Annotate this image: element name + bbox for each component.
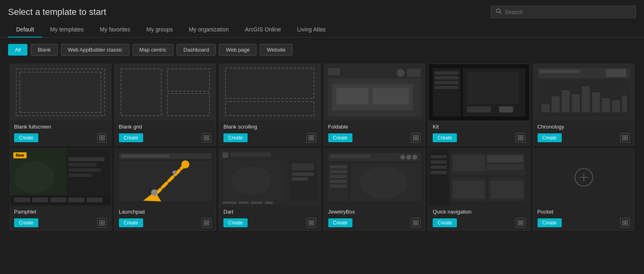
card-actions-jewelrybox: Create — [328, 218, 421, 228]
preview-icon-launchpad[interactable] — [202, 218, 211, 228]
card-info-kit: Kit Create — [429, 120, 529, 145]
create-btn-pocket[interactable]: Create — [538, 218, 562, 227]
svg-rect-100 — [330, 155, 370, 158]
svg-rect-33 — [435, 86, 459, 89]
card-name-jewelrybox: JewelryBox — [328, 209, 421, 215]
svg-rect-123 — [487, 164, 523, 170]
card-preview-quick-navigation — [429, 149, 529, 206]
svg-point-102 — [406, 155, 411, 160]
svg-rect-82 — [205, 221, 208, 224]
svg-rect-11 — [205, 136, 208, 139]
template-card-launchpad[interactable]: Launchpad Create — [115, 149, 216, 230]
svg-rect-95 — [265, 201, 273, 204]
preview-icon-quick-navigation[interactable] — [516, 218, 525, 228]
svg-point-0 — [496, 9, 500, 12]
template-card-foldable[interactable]: Foldable Create — [324, 64, 425, 145]
tab-my-templates[interactable]: My templates — [42, 22, 92, 37]
tab-default[interactable]: Default — [8, 22, 42, 37]
preview-icon-blank-fullscreen[interactable] — [97, 133, 107, 143]
template-card-blank-fullscreen[interactable]: Blank fullscreen Create — [10, 64, 111, 145]
template-card-blank-scrolling[interactable]: Blank scrolling Create — [219, 64, 321, 145]
svg-rect-135 — [623, 221, 627, 224]
filter-web-appbuilder[interactable]: Web AppBuilder classic — [61, 44, 129, 56]
search-input[interactable] — [505, 9, 631, 15]
filter-map-centric[interactable]: Map centric — [133, 44, 173, 56]
svg-rect-127 — [490, 181, 523, 199]
template-card-pamphlet[interactable]: New Pamphlet — [10, 149, 111, 230]
preview-icon-blank-scrolling[interactable] — [306, 133, 316, 143]
svg-rect-3 — [16, 69, 105, 116]
create-btn-chronology[interactable]: Create — [538, 133, 562, 142]
create-btn-blank-grid[interactable]: Create — [119, 133, 143, 142]
card-preview-jewelrybox — [324, 149, 425, 206]
svg-rect-109 — [329, 185, 346, 188]
svg-rect-108 — [329, 180, 346, 183]
svg-rect-66 — [32, 197, 48, 202]
svg-rect-122 — [487, 155, 523, 162]
template-card-quick-navigation[interactable]: Quick navigation Create — [428, 149, 530, 230]
create-btn-kit[interactable]: Create — [433, 133, 457, 142]
preview-icon-pamphlet[interactable] — [97, 218, 107, 228]
template-card-chronology[interactable]: Chronology Create — [533, 64, 635, 145]
tab-my-organization[interactable]: My organization — [181, 22, 237, 37]
card-name-blank-grid: Blank grid — [119, 124, 212, 130]
template-card-jewelrybox[interactable]: JewelryBox Create — [324, 149, 425, 230]
tab-my-groups[interactable]: My groups — [138, 22, 181, 37]
svg-rect-51 — [602, 98, 610, 112]
filter-all[interactable]: All — [8, 44, 27, 56]
filter-bar: All Blank Web AppBuilder classic Map cen… — [0, 37, 644, 62]
card-preview-blank-fullscreen — [10, 64, 111, 120]
tab-arcgis-online[interactable]: ArcGIS Online — [237, 22, 289, 37]
card-info-launchpad: Launchpad Create — [115, 206, 216, 230]
filter-blank[interactable]: Blank — [31, 44, 58, 56]
create-btn-dart[interactable]: Create — [223, 218, 248, 227]
template-card-dart[interactable]: Dart Create — [219, 149, 321, 230]
preview-icon-pocket[interactable] — [620, 218, 630, 228]
svg-rect-62 — [69, 168, 101, 172]
svg-rect-39 — [519, 136, 522, 139]
card-preview-kit — [429, 64, 529, 120]
filter-website[interactable]: Website — [260, 44, 292, 56]
create-btn-blank-fullscreen[interactable]: Create — [14, 133, 38, 142]
preview-icon-foldable[interactable] — [411, 133, 421, 143]
tab-living-atlas[interactable]: Living Atlas — [289, 22, 334, 37]
template-card-pocket[interactable]: Pocket Create — [533, 149, 635, 230]
svg-rect-26 — [414, 136, 417, 139]
create-btn-pamphlet[interactable]: Create — [14, 218, 38, 227]
svg-point-79 — [172, 170, 176, 174]
card-info-blank-scrolling: Blank scrolling Create — [219, 120, 320, 145]
card-name-pamphlet: Pamphlet — [14, 209, 107, 215]
template-card-kit[interactable]: Kit Create — [428, 64, 530, 145]
svg-rect-16 — [310, 136, 313, 139]
create-btn-launchpad[interactable]: Create — [119, 218, 143, 227]
template-grid-row2: New Pamphlet — [0, 147, 644, 232]
svg-rect-36 — [467, 106, 491, 112]
preview-icon-jewelrybox[interactable] — [411, 218, 421, 228]
filter-dashboard[interactable]: Dashboard — [177, 44, 216, 56]
filter-web-page[interactable]: Web page — [219, 44, 256, 56]
create-btn-foldable[interactable]: Create — [328, 133, 352, 142]
svg-rect-129 — [519, 221, 522, 224]
preview-icon-chronology[interactable] — [620, 133, 630, 143]
preview-icon-kit[interactable] — [516, 133, 525, 143]
svg-rect-121 — [453, 155, 485, 171]
svg-rect-37 — [499, 106, 513, 112]
create-btn-blank-scrolling[interactable]: Create — [223, 133, 248, 142]
preview-icon-dart[interactable] — [306, 218, 316, 228]
svg-rect-18 — [328, 68, 340, 75]
card-preview-launchpad — [115, 149, 216, 206]
svg-rect-105 — [329, 165, 346, 168]
template-card-blank-grid[interactable]: Blank grid Create — [115, 64, 216, 145]
svg-point-101 — [400, 155, 405, 160]
preview-icon-blank-grid[interactable] — [202, 133, 211, 143]
tab-my-favorites[interactable]: My favorites — [92, 22, 138, 37]
svg-rect-48 — [571, 94, 579, 112]
card-actions-blank-fullscreen: Create — [14, 133, 107, 143]
svg-rect-89 — [292, 163, 314, 170]
card-actions-chronology: Create — [538, 133, 630, 143]
create-btn-jewelrybox[interactable]: Create — [328, 218, 352, 227]
create-btn-quick-navigation[interactable]: Create — [433, 218, 457, 227]
svg-rect-23 — [336, 88, 368, 104]
svg-rect-6 — [115, 64, 216, 120]
page-header: Select a template to start — [0, 0, 644, 22]
